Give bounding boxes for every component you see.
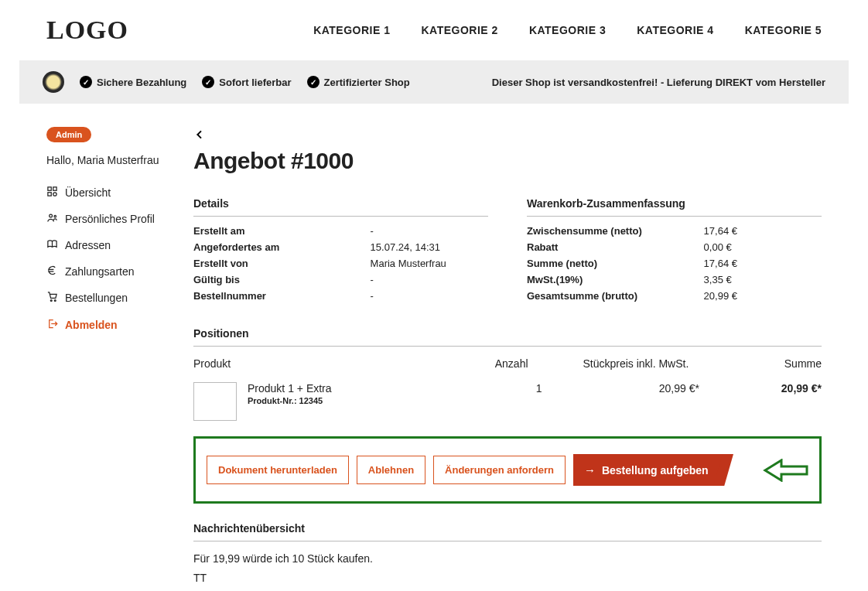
cart-summary-panel: Warenkorb-Zusammenfassung Zwischensumme … [527, 197, 822, 304]
messages-title: Nachrichtenübersicht [193, 522, 822, 541]
nav-item-0[interactable]: KATEGORIE 1 [313, 24, 390, 36]
nav-item-4[interactable]: KATEGORIE 5 [745, 24, 822, 36]
arrow-right-icon: → [584, 463, 596, 477]
svg-rect-2 [48, 192, 51, 195]
detail-label: Gültig bis [193, 274, 371, 285]
shipping-info: Dieser Shop ist versandkostenfrei! - Lie… [492, 77, 825, 88]
detail-value: - [371, 290, 488, 302]
summary-value: 0,00 € [704, 241, 822, 253]
main-nav: KATEGORIE 1 KATEGORIE 2 KATEGORIE 3 KATE… [313, 24, 822, 36]
product-name[interactable]: Produkt 1 + Extra [248, 382, 332, 395]
detail-label: Erstellt am [193, 225, 371, 237]
euro-icon [46, 265, 59, 278]
annotation-arrow-icon [762, 459, 808, 482]
col-qty: Anzahl [495, 357, 583, 370]
main-content: Angebot #1000 Details Erstellt am- Angef… [193, 127, 822, 591]
message-line: Sie haben ein Angebot angefordert 15.07.… [193, 588, 822, 591]
col-sum: Summe [715, 357, 822, 370]
position-row: Produkt 1 + Extra Produkt-Nr.: 12345 1 2… [193, 379, 822, 436]
product-sum: 20,99 €* [715, 382, 822, 395]
place-order-label: Bestellung aufgeben [602, 464, 709, 477]
chevron-left-icon [193, 128, 206, 141]
detail-value: - [371, 225, 488, 237]
summary-label: Zwischensumme (netto) [527, 225, 704, 237]
summary-label: Gesamtsumme (brutto) [527, 290, 704, 302]
trusted-shops-badge-icon [43, 71, 64, 93]
sidebar-item-addresses[interactable]: Adressen [46, 232, 162, 258]
nav-item-3[interactable]: KATEGORIE 4 [637, 24, 713, 36]
svg-point-5 [54, 215, 56, 217]
user-icon [46, 212, 59, 225]
summary-value: 17,64 € [704, 225, 822, 237]
sidebar-item-label: Adressen [65, 238, 111, 252]
benefit-secure-payment: ✓ Sichere Bezahlung [80, 76, 186, 88]
dashboard-icon [46, 186, 59, 199]
product-thumbnail[interactable] [193, 382, 237, 421]
request-changes-button[interactable]: Änderungen anfordern [433, 456, 566, 484]
back-button[interactable] [193, 127, 206, 145]
benefit-label: Zertifizierter Shop [324, 77, 410, 88]
logout-icon [46, 318, 59, 331]
sidebar-menu: Übersicht Persönliches Profil Adressen [46, 179, 162, 338]
benefit-certified-shop: ✓ Zertifizierter Shop [307, 76, 410, 88]
action-buttons-highlight: Dokument herunterladen Ablehnen Änderung… [193, 436, 822, 504]
detail-label: Bestellnummer [193, 290, 371, 302]
admin-badge: Admin [46, 127, 91, 142]
cart-summary-title: Warenkorb-Zusammenfassung [527, 197, 822, 217]
svg-point-4 [50, 214, 53, 217]
product-price: 20,99 €* [583, 382, 715, 395]
book-icon [46, 238, 59, 251]
sidebar-item-logout[interactable]: Abmelden [46, 312, 162, 338]
account-sidebar: Admin Hallo, Maria Musterfrau Übersicht … [46, 127, 162, 591]
nav-item-1[interactable]: KATEGORIE 2 [422, 24, 498, 36]
svg-point-3 [53, 192, 56, 195]
message-line: Für 19,99 würde ich 10 Stück kaufen. [193, 549, 822, 569]
nav-item-2[interactable]: KATEGORIE 3 [529, 24, 606, 36]
sidebar-item-profile[interactable]: Persönliches Profil [46, 206, 162, 232]
summary-value: 3,35 € [704, 274, 822, 285]
decline-button[interactable]: Ablehnen [357, 456, 425, 484]
message-line: TT [193, 569, 822, 588]
col-product: Produkt [193, 357, 495, 370]
positions-header: Produkt Anzahl Stückpreis inkl. MwSt. Su… [193, 353, 822, 379]
check-icon: ✓ [80, 76, 92, 88]
detail-label: Angefordertes am [193, 241, 371, 253]
benefits-bar: ✓ Sichere Bezahlung ✓ Sofort lieferbar ✓… [19, 60, 849, 104]
product-qty: 1 [495, 382, 583, 395]
check-icon: ✓ [202, 76, 214, 88]
place-order-button[interactable]: → Bestellung aufgeben [573, 454, 724, 486]
svg-rect-0 [48, 186, 51, 190]
sidebar-item-label: Bestellungen [65, 291, 128, 305]
summary-label: Rabatt [527, 241, 704, 253]
svg-rect-1 [53, 186, 56, 190]
svg-point-7 [54, 300, 56, 302]
detail-value: - [371, 274, 488, 285]
detail-value: Maria Musterfrau [371, 258, 488, 269]
summary-label: Summe (netto) [527, 258, 704, 269]
svg-point-6 [50, 300, 52, 302]
sidebar-item-overview[interactable]: Übersicht [46, 179, 162, 206]
col-price: Stückpreis inkl. MwSt. [583, 357, 715, 370]
sidebar-item-payment[interactable]: Zahlungsarten [46, 258, 162, 285]
detail-value: 15.07.24, 14:31 [371, 241, 488, 253]
sidebar-item-label: Persönliches Profil [65, 212, 155, 226]
positions-title: Positionen [193, 327, 822, 347]
summary-label: MwSt.(19%) [527, 274, 704, 285]
product-sku: Produkt-Nr.: 12345 [248, 396, 332, 405]
cart-icon [46, 291, 59, 304]
details-panel: Details Erstellt am- Angefordertes am15.… [193, 197, 488, 304]
benefit-label: Sofort lieferbar [219, 77, 291, 88]
sidebar-item-orders[interactable]: Bestellungen [46, 285, 162, 311]
header: LOGO KATEGORIE 1 KATEGORIE 2 KATEGORIE 3… [0, 0, 868, 53]
greeting-text: Hallo, Maria Musterfrau [46, 153, 162, 169]
download-document-button[interactable]: Dokument herunterladen [207, 456, 349, 484]
logo[interactable]: LOGO [46, 15, 128, 45]
benefit-label: Sichere Bezahlung [97, 77, 186, 88]
sidebar-item-label: Abmelden [65, 318, 118, 332]
sidebar-item-label: Zahlungsarten [65, 265, 135, 278]
sidebar-item-label: Übersicht [65, 186, 111, 200]
page-title: Angebot #1000 [193, 148, 822, 174]
summary-value: 17,64 € [704, 258, 822, 269]
benefit-instant-delivery: ✓ Sofort lieferbar [202, 76, 291, 88]
detail-label: Erstellt von [193, 258, 371, 269]
